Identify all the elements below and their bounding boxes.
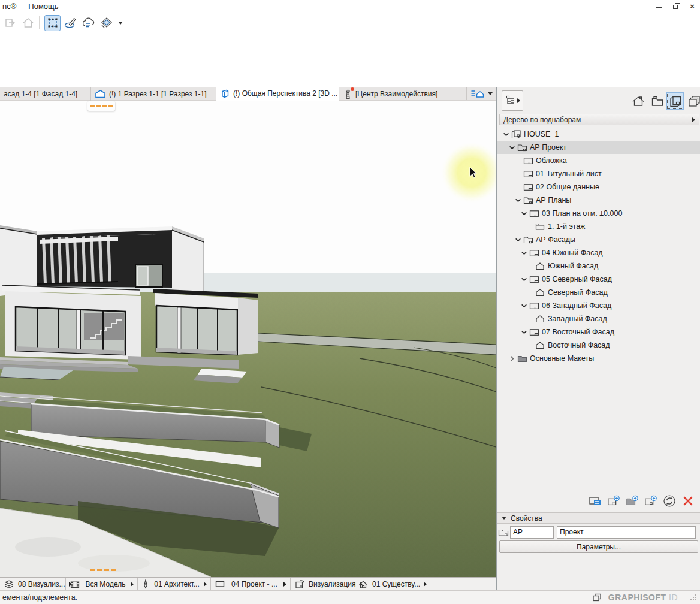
resize-grip[interactable] (690, 594, 696, 600)
layout-settings-button[interactable] (589, 494, 602, 508)
pen-icon (141, 579, 150, 589)
parameters-button[interactable]: Параметры... (499, 540, 698, 553)
tree-item-основные-макеты[interactable]: Основные Макеты (497, 352, 700, 365)
home-icon (22, 16, 35, 29)
chevron-down-icon[interactable] (520, 250, 528, 256)
tree-item-западный-фасад[interactable]: Западный Фасад (497, 312, 700, 325)
tree-item-ар-планы[interactable]: АР Планы (497, 194, 700, 207)
tree-item-label: Восточный Фасад (548, 341, 610, 349)
subset-id-field[interactable] (510, 526, 554, 539)
status-right: GRAPHISOFT ID (592, 591, 696, 604)
tree-item-label: 02 Общие данные (536, 183, 599, 191)
tree-item-восточный-фасад[interactable]: Восточный Фасад (497, 339, 700, 352)
tree-item-house_1[interactable]: HOUSE_1 (497, 128, 700, 141)
favorites-tool-button[interactable] (98, 15, 114, 31)
tab-4[interactable]: [Центр Взаимодействия] (339, 87, 463, 101)
chevron-down-icon[interactable] (502, 131, 510, 138)
tree-item-южный-фасад[interactable]: Южный Фасад (497, 259, 700, 273)
tree-map-header[interactable]: Дерево по поднаборам (499, 114, 699, 125)
quickbar-arrow-icon (424, 582, 427, 587)
minimize-button[interactable] (652, 1, 665, 11)
tree-item-label: АР Проект (530, 143, 566, 152)
tree-item-label: 06 Западный Фасад (542, 301, 611, 310)
chevron-down-icon[interactable] (508, 144, 516, 151)
marquee-tool-button[interactable] (44, 15, 61, 31)
tree-item-северный-фасад[interactable]: Северный Фасад (497, 286, 700, 299)
tree-item-label: Южный Фасад (548, 262, 598, 270)
chevron-down-icon[interactable] (514, 197, 522, 204)
tree-item-label: Обложка (536, 156, 567, 165)
quickbar-label: 08 Визуализ... (18, 580, 65, 588)
properties-header[interactable]: Свойства (497, 512, 700, 524)
layout-book-button[interactable] (667, 93, 683, 109)
tree-map-header-arrow-icon (692, 117, 695, 122)
delete-button[interactable] (681, 494, 695, 508)
quickbar-pen[interactable]: 01 Архитект... (138, 578, 211, 590)
subset-folder-icon (522, 235, 534, 244)
publisher-sets-button[interactable] (686, 93, 700, 109)
new-subset-button[interactable] (626, 494, 639, 508)
tab-2[interactable]: (!) 1 Разрез 1-1 [1 Разрез 1-1] (91, 87, 216, 101)
tab-label: [Центр Взаимодействия] (355, 90, 437, 98)
tab-3[interactable]: (!) Общая Перспектива 2 [3D ...× (216, 87, 339, 101)
tab-bar: асад 1-4 [1 Фасад 1-4](!) 1 Разрез 1-1 [… (0, 87, 496, 101)
new-layout-button[interactable] (607, 494, 620, 508)
layout-icon (528, 276, 540, 283)
tree-item-ар-фасады[interactable]: АР Фасады (497, 233, 700, 246)
chevron-down-icon[interactable] (520, 276, 528, 283)
quickbar-renovation[interactable]: Визуализация (291, 578, 354, 590)
chevron-down-icon[interactable] (520, 329, 528, 336)
renovation-icon (294, 579, 305, 589)
status-bar: емента/подэлемента. GRAPHISOFT ID (0, 590, 700, 604)
quickbar-film[interactable]: Вся Модель (66, 578, 138, 590)
update-button[interactable] (663, 494, 676, 508)
tree-item-1-1-й-этаж[interactable]: 1. 1-й этаж (497, 220, 700, 233)
collapse-triangle-icon (502, 517, 506, 520)
draw-order-tool-button[interactable] (62, 15, 79, 31)
subset-name-field[interactable] (557, 526, 696, 539)
viewport-3d[interactable] (0, 101, 496, 577)
chevron-down-icon[interactable] (520, 210, 528, 217)
transfer-settings-button[interactable] (2, 15, 18, 31)
restore-button[interactable] (669, 1, 682, 11)
tab-label: (!) 1 Разрез 1-1 [1 Разрез 1-1] (109, 90, 207, 98)
interaction-tower-icon (343, 89, 352, 99)
home-button[interactable] (20, 15, 36, 31)
tree-item-02-общие-данные[interactable]: 02 Общие данные (497, 180, 700, 194)
chevron-down-icon[interactable] (520, 303, 528, 309)
bim-cloud-tool-button[interactable] (80, 15, 96, 31)
quickbar-marquee-rect[interactable]: 04 Проект - ... (211, 578, 291, 590)
new-master-layout-button[interactable] (644, 494, 657, 508)
view-map-button[interactable] (649, 93, 665, 109)
film-icon (70, 579, 80, 589)
tree-item-03-план-на-отм-0-000[interactable]: 03 План на отм. ±0.000 (497, 207, 700, 220)
tree-item-07-восточный-фасад[interactable]: 07 Восточный Фасад (497, 325, 700, 339)
graphisoft-id-brand[interactable]: GRAPHISOFT ID (608, 593, 678, 602)
chevron-right-icon[interactable] (508, 355, 516, 362)
toolbar-dropdown-icon[interactable] (118, 22, 123, 25)
window-controls: × (652, 0, 699, 12)
tree-item-06-западный-фасад[interactable]: 06 Западный Фасад (497, 299, 700, 312)
close-button[interactable]: × (686, 1, 699, 11)
tree-item-обложка[interactable]: Обложка (497, 154, 700, 167)
polygon-drop-icon (99, 16, 114, 29)
drawing-elevation-icon (534, 341, 546, 349)
tab-overview-button[interactable] (466, 87, 496, 100)
tree-item-ар-проект[interactable]: АР Проект (497, 141, 700, 154)
tree-item-01-титульный-лист[interactable]: 01 Титульный лист (497, 167, 700, 180)
quickbar-story-home[interactable]: 01 Существу... (354, 578, 421, 590)
quickbar-layers[interactable]: 08 Визуализ... (0, 578, 66, 590)
panels-icon[interactable] (592, 593, 602, 602)
project-map-button[interactable] (630, 93, 646, 109)
quickbar-label: Визуализация (309, 580, 356, 588)
tab-1[interactable]: асад 1-4 [1 Фасад 1-4] (0, 87, 91, 101)
layout-icon (522, 170, 534, 178)
menu-help[interactable]: Помощь (22, 0, 64, 12)
tree-view-button[interactable] (502, 90, 523, 111)
chevron-down-icon[interactable] (514, 237, 522, 243)
tree-item-05-северный-фасад[interactable]: 05 Северный Фасад (497, 273, 700, 286)
navigator-actions (497, 493, 700, 509)
tree-item-04-южный-фасад[interactable]: 04 Южный Фасад (497, 246, 700, 259)
tree-item-label: 01 Титульный лист (536, 170, 602, 178)
transfer-icon (4, 16, 17, 29)
